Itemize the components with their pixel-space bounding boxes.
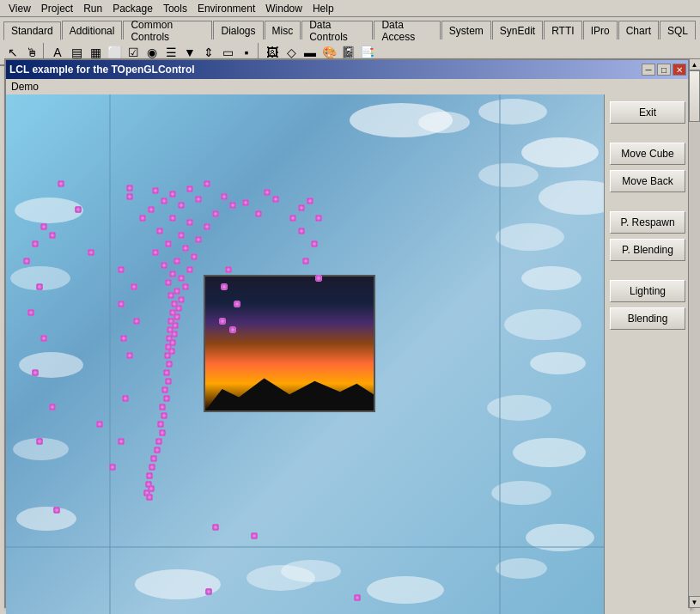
center-image (204, 275, 375, 412)
tab-misc[interactable]: Misc (265, 21, 301, 40)
scrollbar: ▲ ▼ (688, 58, 700, 608)
content-area: Exit Move Cube Move Back P. Respawn P. B… (6, 94, 690, 614)
scroll-thumb[interactable] (689, 70, 700, 122)
menu-environment[interactable]: Environment (192, 1, 260, 16)
move-back-button[interactable]: Move Back (610, 170, 685, 192)
demo-label: Demo (6, 79, 690, 94)
tab-system[interactable]: System (441, 21, 491, 40)
menu-help[interactable]: Help (307, 1, 339, 16)
menu-view[interactable]: View (3, 1, 36, 16)
minimize-button[interactable]: ─ (642, 64, 655, 76)
window-titlebar: LCL example for the TOpenGLControl ─ □ ✕ (6, 60, 690, 79)
exit-button[interactable]: Exit (610, 101, 685, 124)
p-respawn-button[interactable]: P. Respawn (610, 211, 685, 234)
tab-additional[interactable]: Additional (62, 21, 123, 40)
sky-scene (6, 94, 604, 614)
close-button[interactable]: ✕ (673, 64, 686, 76)
maximize-button[interactable]: □ (657, 64, 671, 76)
scroll-up-arrow[interactable]: ▲ (689, 58, 701, 70)
window-title: LCL example for the TOpenGLControl (9, 64, 195, 76)
gl-canvas (6, 94, 604, 614)
scroll-track (689, 70, 700, 596)
menu-tools[interactable]: Tools (158, 1, 192, 16)
tab-rtti[interactable]: RTTI (544, 21, 581, 40)
tab-sql[interactable]: SQL (660, 21, 696, 40)
tab-synedit[interactable]: SynEdit (492, 21, 543, 40)
menu-run[interactable]: Run (78, 1, 107, 16)
side-panel: Exit Move Cube Move Back P. Respawn P. B… (604, 94, 690, 614)
menu-bar: View Project Run Package Tools Environme… (0, 0, 700, 17)
menu-window[interactable]: Window (260, 1, 307, 16)
menu-project[interactable]: Project (36, 1, 78, 16)
p-blending-button[interactable]: P. Blending (610, 239, 685, 261)
tab-dialogs[interactable]: Dialogs (213, 21, 263, 40)
tab-ipro[interactable]: IPro (583, 21, 618, 40)
window-controls: ─ □ ✕ (642, 64, 686, 76)
move-cube-button[interactable]: Move Cube (610, 143, 685, 165)
tab-data-controls[interactable]: Data Controls (301, 21, 373, 40)
menu-package[interactable]: Package (107, 1, 158, 16)
tab-chart[interactable]: Chart (618, 21, 659, 40)
main-window: LCL example for the TOpenGLControl ─ □ ✕… (4, 58, 691, 608)
blending-button[interactable]: Blending (610, 307, 685, 330)
tab-common-controls[interactable]: Common Controls (123, 21, 212, 40)
tabs-row: Standard Additional Common Controls Dial… (0, 17, 700, 40)
tab-data-access[interactable]: Data Access (374, 21, 440, 40)
tab-standard[interactable]: Standard (3, 21, 61, 40)
scroll-down-arrow[interactable]: ▼ (689, 596, 701, 608)
lighting-button[interactable]: Lighting (610, 280, 685, 302)
